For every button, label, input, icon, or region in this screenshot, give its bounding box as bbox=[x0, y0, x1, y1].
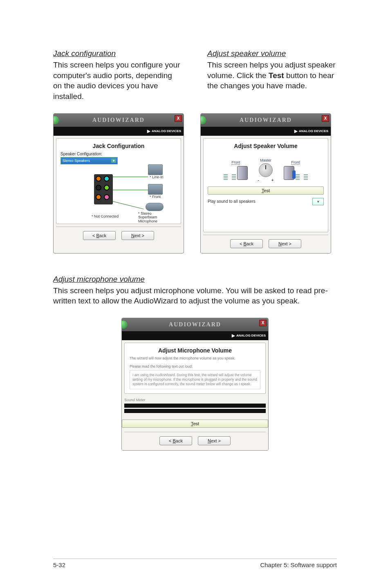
master-knob-col: Master -+ bbox=[258, 158, 273, 182]
wizard-button-row: < Back Next > bbox=[201, 235, 331, 253]
adjust-mic-title: Adjust microphone volume bbox=[53, 275, 337, 284]
jack-heading: Jack Configuration bbox=[61, 143, 177, 149]
play-row: Play sound to all speakers ▾ bbox=[208, 198, 324, 205]
speaker-config-dropdown[interactable]: Stereo Speakers bbox=[61, 157, 118, 164]
mic-panel: Adjust Microphone Volume The wizard will… bbox=[124, 343, 266, 394]
front-label: * Front bbox=[150, 195, 161, 199]
next-button[interactable]: Next > bbox=[198, 436, 231, 445]
port-orange bbox=[96, 176, 101, 182]
sound-meter-bar bbox=[124, 404, 266, 408]
next-button[interactable]: Next > bbox=[269, 239, 301, 248]
close-icon[interactable]: X bbox=[259, 320, 267, 326]
meter-right bbox=[296, 174, 308, 180]
line-in-label: * Line-In bbox=[150, 175, 164, 179]
jack-panel: Jack Configuration Speaker Configuration… bbox=[56, 138, 181, 224]
footer-rule bbox=[53, 559, 337, 559]
front-left-col: Front bbox=[224, 160, 248, 180]
jack-config-body: This screen helps you configure your com… bbox=[53, 60, 183, 102]
adjust-mic-body: This screen helps you adjust microphone … bbox=[53, 285, 337, 306]
test-button[interactable]: Test bbox=[122, 420, 268, 428]
wizard-titlebar: AUDIOWIZARD X bbox=[201, 114, 331, 127]
play-sound-dropdown[interactable]: ▾ bbox=[312, 198, 324, 205]
back-button[interactable]: < Back bbox=[159, 436, 192, 445]
lead-line bbox=[113, 177, 148, 177]
analog-devices-logo: ANALOG DEVICES bbox=[294, 129, 328, 133]
page-number: 5-32 bbox=[53, 561, 65, 568]
jack-config-title: Jack configuration bbox=[53, 49, 183, 58]
jack-wizard-window: AUDIOWIZARD X ANALOG DEVICES Jack Config… bbox=[53, 113, 184, 254]
speaker-left-icon bbox=[237, 166, 248, 180]
wizard-button-row: < Back Next > bbox=[54, 227, 184, 245]
lead-line-2 bbox=[113, 190, 148, 190]
mic-desc: The wizard will now adjust the microphon… bbox=[130, 356, 260, 360]
speaker-panel: Adjust Speaker Volume Front Master bbox=[203, 138, 328, 232]
superbeam-label: * Stereo Superbeam Microphone bbox=[138, 212, 171, 224]
close-icon[interactable]: X bbox=[175, 115, 182, 122]
analog-devices-logo: ANALOG DEVICES bbox=[147, 129, 181, 133]
mic-wizard-window: AUDIOWIZARD X ANALOG DEVICES Adjust Micr… bbox=[121, 318, 269, 451]
speaker-right-icon bbox=[284, 166, 294, 180]
speaker-area: Front Master -+ Fro bbox=[208, 152, 324, 182]
port-block bbox=[94, 174, 113, 204]
knob-minus-plus: -+ bbox=[258, 178, 273, 182]
play-sound-label: Play sound to all speakers bbox=[208, 198, 256, 204]
next-button[interactable]: Next > bbox=[121, 231, 154, 240]
wizard-orb-icon bbox=[200, 116, 206, 124]
port-pink bbox=[104, 194, 110, 200]
sound-meter-bar bbox=[124, 409, 266, 413]
front-right-label: Front bbox=[291, 160, 300, 164]
front-right-col: Front bbox=[284, 160, 308, 180]
master-knob[interactable] bbox=[259, 163, 273, 177]
chapter-label: Chapter 5: Software support bbox=[260, 561, 337, 568]
speaker-heading: Adjust Speaker Volume bbox=[208, 143, 324, 149]
wizard-title: AUDIOWIZARD bbox=[92, 117, 145, 123]
line-in-thumb bbox=[148, 164, 163, 175]
adjust-speaker-body: This screen helps you adjust speaker vol… bbox=[207, 60, 337, 91]
adjust-speaker-body-bold: Test bbox=[269, 71, 284, 80]
jack-diagram: * Line-In * Front * Stereo Superb bbox=[65, 166, 172, 219]
back-button[interactable]: < Back bbox=[83, 231, 116, 240]
wizard-title: AUDIOWIZARD bbox=[240, 117, 292, 123]
wizard-titlebar: AUDIOWIZARD X bbox=[122, 318, 268, 331]
mic-heading: Adjust Microphone Volume bbox=[130, 347, 260, 354]
mic-read-box: I am using the AudioWizard. During this … bbox=[130, 370, 260, 389]
back-button[interactable]: < Back bbox=[230, 239, 263, 248]
speaker-wizard-window: AUDIOWIZARD X ANALOG DEVICES Adjust Spea… bbox=[200, 113, 331, 254]
port-black bbox=[96, 185, 101, 191]
test-button[interactable]: Test bbox=[208, 186, 324, 195]
front-thumb bbox=[148, 184, 163, 195]
port-orange2 bbox=[96, 194, 101, 200]
wizard-button-row: < Back Next > bbox=[122, 432, 268, 450]
not-connected-label: * Not Connected bbox=[92, 214, 119, 218]
wizard-logo-bar: ANALOG DEVICES bbox=[54, 127, 184, 136]
wizard-orb-icon bbox=[121, 321, 128, 329]
master-label: Master bbox=[260, 158, 271, 162]
close-icon[interactable]: X bbox=[322, 115, 329, 122]
sound-meter-bars bbox=[124, 404, 266, 413]
wizard-logo-bar: ANALOG DEVICES bbox=[201, 127, 331, 136]
meter-left bbox=[224, 174, 236, 180]
lead-line-3 bbox=[113, 201, 144, 209]
page-footer: 5-32 Chapter 5: Software support bbox=[0, 559, 390, 568]
wizard-orb-icon bbox=[53, 116, 59, 124]
analog-devices-logo: ANALOG DEVICES bbox=[232, 333, 266, 338]
mic-thumb bbox=[146, 203, 164, 211]
sound-meter-label: Sound Meter bbox=[124, 398, 266, 402]
wizard-logo-bar: ANALOG DEVICES bbox=[122, 331, 268, 340]
wizard-titlebar: AUDIOWIZARD X bbox=[54, 114, 184, 127]
front-left-label: Front bbox=[231, 160, 240, 164]
wizard-title: AUDIOWIZARD bbox=[169, 321, 221, 328]
port-lime bbox=[104, 185, 110, 191]
speaker-config-label: Speaker Configuration: bbox=[61, 152, 177, 156]
port-cyan bbox=[104, 176, 110, 182]
adjust-speaker-title: Adjust speaker volume bbox=[207, 49, 337, 58]
mic-instruction: Please read the following text out loud: bbox=[130, 364, 260, 368]
